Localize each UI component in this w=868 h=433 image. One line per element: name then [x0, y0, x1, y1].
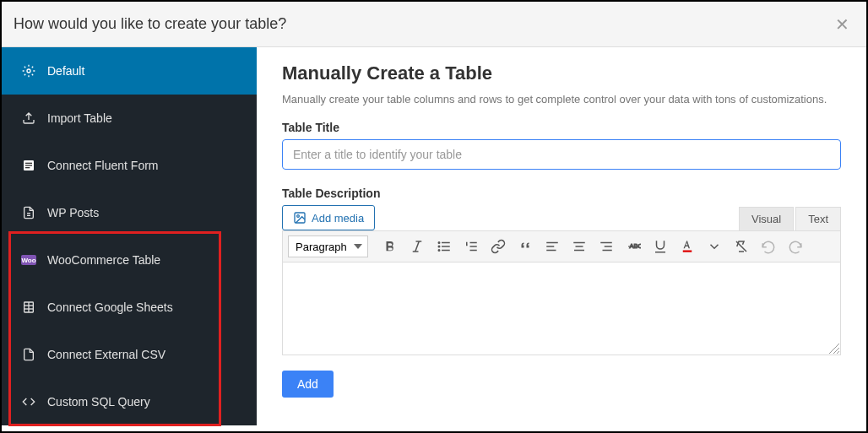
media-icon [293, 211, 307, 225]
svg-point-20 [438, 246, 440, 247]
bullet-list-button[interactable] [432, 235, 456, 258]
sidebar-item-label: WP Posts [47, 206, 99, 219]
sidebar-item-import[interactable]: Import Table [2, 95, 257, 142]
underline-button[interactable] [648, 235, 672, 258]
modal-title: How would you like to create your table? [14, 15, 286, 33]
redo-button[interactable] [784, 235, 807, 258]
modal-header: How would you like to create your table?… [2, 2, 866, 47]
format-select[interactable]: Paragraph [288, 235, 368, 257]
tab-visual[interactable]: Visual [739, 207, 794, 230]
editor-container [282, 263, 841, 355]
quote-button[interactable] [513, 235, 537, 258]
sidebar-item-wp-posts[interactable]: WP Posts [2, 189, 257, 236]
sidebar-item-label: Import Table [47, 111, 112, 125]
number-list-button[interactable] [459, 235, 483, 258]
main-subtitle: Manually create your table columns and r… [282, 93, 841, 106]
content: Default Import Table Connect Fluent Form… [2, 47, 866, 431]
main-heading: Manually Create a Table [282, 62, 841, 84]
svg-line-38 [736, 241, 746, 252]
sidebar-item-sql[interactable]: Custom SQL Query [2, 378, 257, 425]
svg-point-21 [438, 250, 440, 252]
sidebar-item-woocommerce[interactable]: Woo WooCommerce Table [2, 236, 257, 284]
undo-button[interactable] [757, 235, 780, 258]
sidebar-item-external-csv[interactable]: Connect External CSV [2, 331, 257, 378]
editor-top: Add media Visual Text [282, 205, 841, 230]
align-center-button[interactable] [567, 235, 591, 258]
editor-textarea[interactable] [282, 263, 841, 355]
add-button[interactable]: Add [282, 371, 334, 398]
woo-icon: Woo [22, 253, 35, 267]
clear-format-button[interactable] [730, 235, 753, 258]
text-color-button[interactable] [675, 235, 699, 258]
sidebar-item-label: Connect External CSV [47, 348, 165, 361]
table-title-label: Table Title [282, 121, 841, 134]
add-media-label: Add media [312, 212, 364, 225]
add-media-button[interactable]: Add media [282, 205, 375, 230]
code-icon [22, 395, 35, 409]
table-description-label: Table Description [282, 187, 841, 200]
editor-toolbar: Paragraph ABC [282, 230, 841, 263]
sidebar-item-label: Connect Google Sheets [47, 300, 173, 314]
svg-rect-3 [25, 165, 32, 165]
sidebar: Default Import Table Connect Fluent Form… [2, 47, 257, 425]
csv-icon [22, 348, 35, 361]
svg-rect-37 [683, 251, 692, 252]
sidebar-item-default[interactable]: Default [2, 47, 257, 95]
main-content: Manually Create a Table Manually create … [257, 47, 866, 431]
italic-button[interactable] [405, 235, 429, 258]
svg-line-15 [415, 241, 420, 252]
sidebar-item-fluent-form[interactable]: Connect Fluent Form [2, 142, 257, 189]
svg-rect-2 [25, 163, 32, 164]
sidebar-item-label: Default [47, 64, 84, 78]
svg-point-0 [27, 69, 30, 73]
strikethrough-button[interactable]: ABC [621, 235, 645, 258]
svg-rect-4 [25, 167, 30, 168]
tab-text[interactable]: Text [795, 207, 841, 230]
sheets-icon [22, 300, 35, 314]
sidebar-item-label: Connect Fluent Form [47, 159, 159, 172]
table-title-input[interactable] [282, 139, 841, 170]
link-button[interactable] [486, 235, 510, 258]
upload-icon [22, 111, 35, 125]
bold-button[interactable] [378, 235, 402, 258]
gear-icon [22, 64, 35, 78]
align-right-button[interactable] [594, 235, 618, 258]
svg-point-19 [438, 242, 440, 244]
sidebar-item-google-sheets[interactable]: Connect Google Sheets [2, 284, 257, 331]
sidebar-item-label: Custom SQL Query [47, 395, 150, 409]
chevron-down-icon[interactable] [703, 235, 726, 258]
form-icon [22, 159, 35, 172]
svg-point-11 [297, 215, 300, 218]
close-button[interactable]: ✕ [835, 14, 849, 35]
sidebar-wrapper: Default Import Table Connect Fluent Form… [2, 47, 257, 431]
document-icon [22, 206, 35, 219]
resize-handle-icon[interactable] [829, 344, 839, 354]
align-left-button[interactable] [540, 235, 564, 258]
sidebar-item-label: WooCommerce Table [47, 253, 160, 267]
editor-tabs: Visual Text [739, 207, 841, 230]
